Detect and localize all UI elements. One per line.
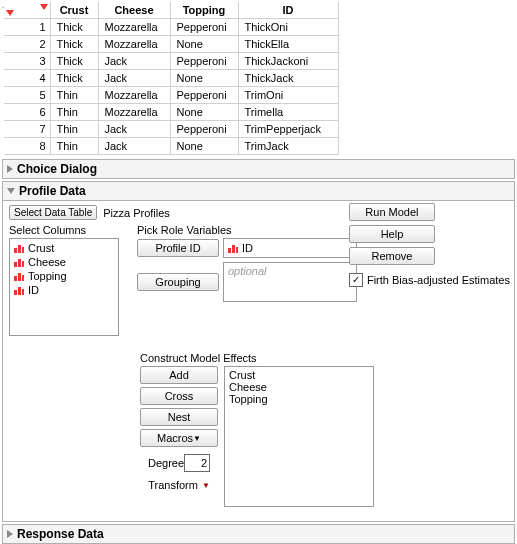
section-title: Profile Data (19, 184, 86, 198)
table-row[interactable]: 6ThinMozzarellaNoneTrimella (4, 104, 338, 121)
select-columns-list[interactable]: Crust Cheese Topping ID (9, 238, 119, 336)
cell[interactable]: TrimOni (238, 87, 338, 104)
select-data-table-button[interactable]: Select Data Table (9, 205, 97, 220)
list-item[interactable]: Cheese (10, 255, 118, 269)
cell[interactable]: Jack (98, 53, 170, 70)
column-icon (14, 285, 24, 295)
section-title: Choice Dialog (17, 162, 97, 176)
section-title: Response Data (17, 527, 104, 541)
table-row[interactable]: 1ThickMozzarellaPepperoniThickOni (4, 19, 338, 36)
transform-label: Transform (148, 479, 198, 491)
cell[interactable]: ThickJackoni (238, 53, 338, 70)
nest-button[interactable]: Nest (140, 408, 218, 426)
cell[interactable]: ThickOni (238, 19, 338, 36)
table-row[interactable]: 5ThinMozzarellaPepperoniTrimOni (4, 87, 338, 104)
cell[interactable]: Pepperoni (170, 87, 238, 104)
table-row[interactable]: 4ThickJackNoneThickJack (4, 70, 338, 87)
column-icon (228, 243, 238, 253)
row-number[interactable]: 6 (4, 104, 50, 121)
pick-role-label: Pick Role Variables (137, 224, 357, 236)
cell[interactable]: Mozzarella (98, 19, 170, 36)
section-response-data[interactable]: Response Data (2, 524, 515, 544)
grouping-placeholder: optional (228, 265, 267, 277)
construct-effects-label: Construct Model Effects (140, 352, 430, 364)
col-header-cheese[interactable]: Cheese (98, 2, 170, 19)
col-header-crust[interactable]: Crust (50, 2, 98, 19)
cell[interactable]: ThickElla (238, 36, 338, 53)
section-profile-data[interactable]: Profile Data (2, 181, 515, 201)
cross-button[interactable]: Cross (140, 387, 218, 405)
cell[interactable]: Thin (50, 87, 98, 104)
row-header-corner[interactable] (4, 2, 50, 19)
cell[interactable]: ThickJack (238, 70, 338, 87)
help-button[interactable]: Help (349, 225, 435, 243)
cell[interactable]: TrimPepperjack (238, 121, 338, 138)
cell[interactable]: Pepperoni (170, 121, 238, 138)
profile-id-value: ID (242, 242, 253, 254)
cell[interactable]: Pepperoni (170, 19, 238, 36)
cell[interactable]: Mozzarella (98, 104, 170, 121)
table-row[interactable]: 2ThickMozzarellaNoneThickElla (4, 36, 338, 53)
column-icon (14, 257, 24, 267)
degree-label: Degree (148, 457, 184, 469)
row-number[interactable]: 4 (4, 70, 50, 87)
cell[interactable]: Thin (50, 121, 98, 138)
cell[interactable]: Thick (50, 53, 98, 70)
transform-dropdown-icon[interactable]: ▼ (202, 481, 210, 490)
cell[interactable]: Pepperoni (170, 53, 238, 70)
firth-checkbox[interactable]: ✓ (349, 273, 363, 287)
cell[interactable]: Thick (50, 19, 98, 36)
row-number[interactable]: 5 (4, 87, 50, 104)
run-model-button[interactable]: Run Model (349, 203, 435, 221)
cell[interactable]: Trimella (238, 104, 338, 121)
degree-input[interactable] (184, 454, 210, 472)
cell[interactable]: None (170, 36, 238, 53)
cell[interactable]: None (170, 104, 238, 121)
col-header-topping[interactable]: Topping (170, 2, 238, 19)
cell[interactable]: Jack (98, 138, 170, 155)
firth-label: Firth Bias-adjusted Estimates (367, 274, 510, 286)
cell[interactable]: None (170, 138, 238, 155)
list-item[interactable]: Topping (10, 269, 118, 283)
row-number[interactable]: 8 (4, 138, 50, 155)
row-number[interactable]: 3 (4, 53, 50, 70)
cell[interactable]: Mozzarella (98, 87, 170, 104)
model-effects-list[interactable]: Crust Cheese Topping (224, 366, 374, 507)
profile-id-button[interactable]: Profile ID (137, 239, 219, 257)
section-choice-dialog[interactable]: Choice Dialog (2, 159, 515, 179)
table-row[interactable]: 7ThinJackPepperoniTrimPepperjack (4, 121, 338, 138)
row-number[interactable]: 2 (4, 36, 50, 53)
cell[interactable]: Jack (98, 70, 170, 87)
row-number[interactable]: 1 (4, 19, 50, 36)
column-icon (14, 243, 24, 253)
cell[interactable]: None (170, 70, 238, 87)
select-columns-label: Select Columns (9, 224, 119, 236)
cell[interactable]: Thin (50, 138, 98, 155)
list-item[interactable]: Cheese (229, 381, 369, 393)
cell[interactable]: Mozzarella (98, 36, 170, 53)
cell[interactable]: TrimJack (238, 138, 338, 155)
grouping-button[interactable]: Grouping (137, 273, 219, 291)
cell[interactable]: Thick (50, 36, 98, 53)
list-item[interactable]: Topping (229, 393, 369, 405)
cell[interactable]: Thick (50, 70, 98, 87)
list-item[interactable]: Crust (229, 369, 369, 381)
macros-button[interactable]: Macros ▼ (140, 429, 218, 447)
disclosure-triangle-icon[interactable] (7, 165, 13, 173)
disclosure-triangle-icon[interactable] (7, 188, 15, 194)
cell[interactable]: Jack (98, 121, 170, 138)
row-number[interactable]: 7 (4, 121, 50, 138)
list-item[interactable]: ID (10, 283, 118, 297)
cell[interactable]: Thin (50, 104, 98, 121)
col-header-id[interactable]: ID (238, 2, 338, 19)
table-row[interactable]: 8ThinJackNoneTrimJack (4, 138, 338, 155)
add-button[interactable]: Add (140, 366, 218, 384)
profile-id-role-box[interactable]: ID (223, 238, 357, 258)
remove-button[interactable]: Remove (349, 247, 435, 265)
grouping-role-box[interactable]: optional (223, 262, 357, 302)
selected-table-name: Pizza Profiles (103, 207, 170, 219)
table-row[interactable]: 3ThickJackPepperoniThickJackoni (4, 53, 338, 70)
disclosure-triangle-icon[interactable] (7, 530, 13, 538)
list-item[interactable]: Crust (10, 241, 118, 255)
data-table[interactable]: Crust Cheese Topping ID 1ThickMozzarella… (4, 2, 339, 155)
